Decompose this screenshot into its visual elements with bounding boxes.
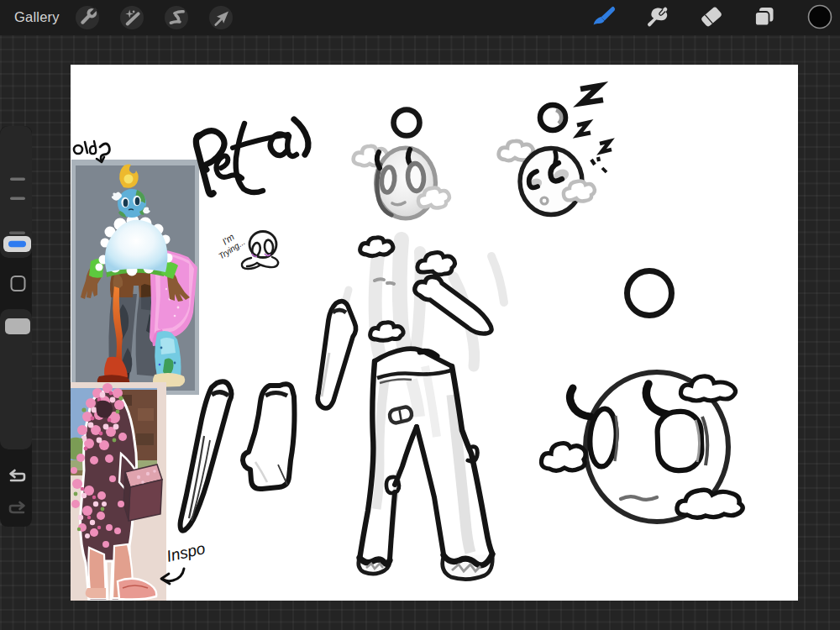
svg-text:Inspo: Inspo (165, 539, 207, 565)
